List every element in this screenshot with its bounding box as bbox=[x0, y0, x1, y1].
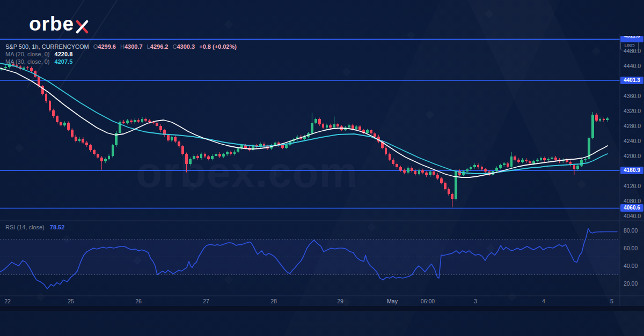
rsi-tick-label: 40.00 bbox=[624, 263, 638, 269]
price-tick-label: 4240.0 bbox=[624, 138, 641, 144]
rsi-value: 78.52 bbox=[50, 224, 65, 230]
rsi-tick-label: 20.00 bbox=[624, 280, 638, 287]
symbol-legend-row[interactable]: S&P 500, 1h, CURRENCYCOM O4299.6 H4300.7… bbox=[5, 43, 237, 50]
time-tick-label: 27 bbox=[203, 298, 209, 304]
price-tick-label: 4080.0 bbox=[624, 198, 641, 204]
price-tick-label: 4280.0 bbox=[624, 123, 641, 129]
time-tick-label: 26 bbox=[135, 298, 142, 304]
time-tick-label: May bbox=[387, 298, 398, 304]
ohlc-high-value: 4300.7 bbox=[125, 43, 143, 50]
price-tick-label: 4480.0 bbox=[624, 48, 641, 54]
chart-canvas[interactable] bbox=[0, 0, 644, 336]
level-price-tag: 4060.6 bbox=[620, 204, 643, 212]
time-tick-label: 25 bbox=[68, 298, 74, 304]
rsi-label: RSI (14, close) bbox=[5, 224, 45, 230]
symbol-title[interactable]: S&P 500, 1h, CURRENCYCOM bbox=[5, 43, 89, 50]
trading-chart-page: orbex.com orbe S&P 500, 1h, CURRENCYCOM … bbox=[0, 0, 644, 336]
price-tick-label: 4200.0 bbox=[624, 153, 641, 159]
time-tick-label: 5 bbox=[610, 298, 613, 304]
ma30-legend-row[interactable]: MA (30, close, 0) 4207.5 bbox=[5, 58, 72, 65]
price-tick-label: 4040.0 bbox=[624, 213, 641, 219]
price-tick-label: 4320.0 bbox=[624, 108, 641, 114]
time-tick-label: 29 bbox=[337, 298, 343, 304]
ohlc-open-value: 4299.6 bbox=[98, 43, 116, 50]
time-tick-label: 3 bbox=[474, 298, 477, 304]
time-tick-label: 06:00 bbox=[421, 298, 435, 304]
rsi-tick-label: 60.00 bbox=[624, 245, 638, 251]
level-price-tag: 4160.9 bbox=[620, 167, 643, 174]
ma20-value: 4220.8 bbox=[55, 51, 73, 57]
ma20-label: MA (20, close, 0) bbox=[5, 51, 50, 57]
rsi-legend-row[interactable]: RSI (14, close) 78.52 bbox=[5, 224, 64, 230]
level-price-tag: 4401.3 bbox=[620, 77, 643, 84]
ma30-label: MA (30, close, 0) bbox=[5, 58, 50, 65]
change-value: +0.8 (+0.02%) bbox=[199, 43, 237, 50]
ma20-legend-row[interactable]: MA (20, close, 0) 4220.8 bbox=[5, 51, 72, 57]
time-tick-label: 4 bbox=[542, 298, 545, 304]
price-tick-label: 4440.0 bbox=[624, 63, 641, 69]
ohlc-close-value: 4300.3 bbox=[177, 43, 195, 50]
ohlc-close-letter: C bbox=[173, 43, 177, 50]
ma30-value: 4207.5 bbox=[55, 58, 73, 65]
time-tick-label: 28 bbox=[270, 298, 277, 304]
price-tick-label: 4120.0 bbox=[624, 183, 641, 189]
ohlc-high-letter: H bbox=[120, 43, 125, 50]
price-tick-label: 4360.0 bbox=[624, 93, 641, 99]
ohlc-low-value: 4296.2 bbox=[150, 43, 169, 50]
level-price-tag: 4511.0 bbox=[620, 36, 643, 42]
rsi-tick-label: 80.00 bbox=[624, 227, 638, 234]
time-tick-label: 22 bbox=[4, 298, 11, 304]
bottom-scroll-strip[interactable] bbox=[0, 306, 644, 311]
